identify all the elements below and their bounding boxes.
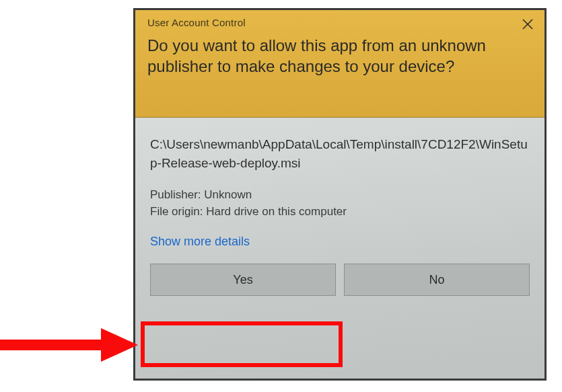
annotation-arrow-icon — [0, 328, 141, 362]
uac-dialog: User Account Control Do you want to allo… — [133, 8, 547, 381]
no-button[interactable]: No — [344, 264, 530, 296]
file-path: C:\Users\newmanb\AppData\Local\Temp\inst… — [150, 135, 530, 172]
dialog-header: User Account Control Do you want to allo… — [135, 10, 545, 118]
svg-marker-3 — [101, 328, 138, 362]
close-icon[interactable] — [520, 17, 535, 32]
publisher-label: Publisher: — [150, 188, 201, 201]
origin-line: File origin: Hard drive on this computer — [150, 204, 530, 221]
show-details-link[interactable]: Show more details — [150, 235, 530, 249]
origin-value: Hard drive on this computer — [206, 205, 347, 218]
yes-button[interactable]: Yes — [150, 264, 336, 296]
button-row: Yes No — [150, 264, 530, 296]
svg-rect-2 — [0, 340, 101, 350]
publisher-line: Publisher: Unknown — [150, 187, 530, 204]
dialog-body: C:\Users\newmanb\AppData\Local\Temp\inst… — [135, 118, 545, 379]
dialog-title: User Account Control — [147, 17, 532, 28]
dialog-prompt: Do you want to allow this app from an un… — [147, 35, 532, 77]
publisher-value: Unknown — [204, 188, 252, 201]
origin-label: File origin: — [150, 205, 203, 218]
